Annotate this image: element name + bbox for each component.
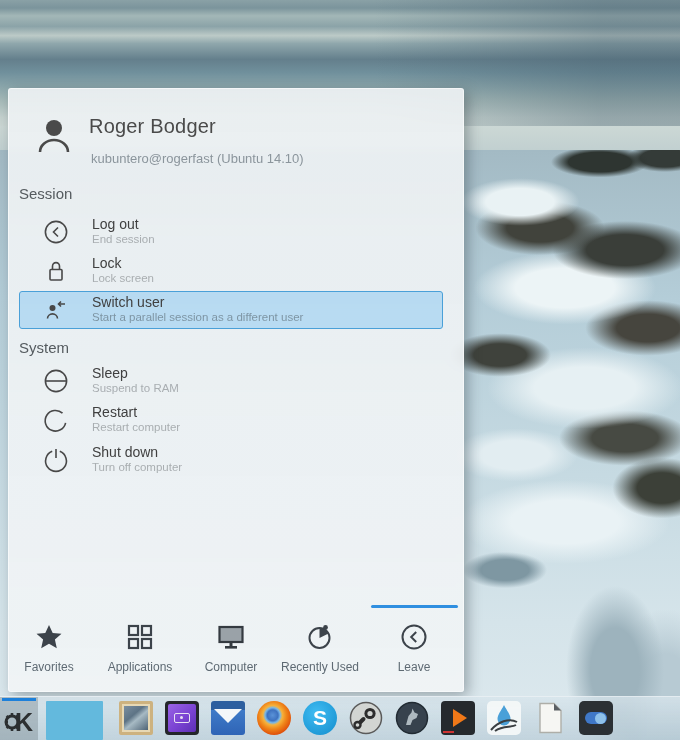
tab-recently-used[interactable]: Recently Used [275,617,365,683]
tab-computer[interactable]: Computer [186,617,276,683]
toggle-pill [585,712,607,724]
menu-item-subtitle: Suspend to RAM [92,382,179,394]
menu-item-subtitle: Restart computer [92,421,180,433]
launcher-active-indicator [2,698,36,701]
menu-item-subtitle: Start a parallel session as a different … [92,311,303,323]
video-app-camera-glyph [174,713,190,723]
menu-item-title: Shut down [92,444,158,460]
mail-app-icon[interactable] [211,701,245,735]
menu-item-subtitle: End session [92,233,155,245]
taskbar: K S [0,696,680,740]
menu-item-logout[interactable]: Log out End session [19,213,443,251]
section-label-session: Session [19,185,72,202]
toggle-knob [595,713,606,724]
desktop: Roger Bodger kubuntero@rogerfast (Ubuntu… [0,0,680,740]
favorites-star-icon [34,622,64,652]
active-tab-indicator [371,605,458,608]
image-viewer-photo [124,706,148,730]
menu-item-title: Restart [92,404,137,420]
tab-label: Applications [95,660,185,674]
menu-item-switch-user[interactable]: Switch user Start a parallel session as … [19,291,443,329]
user-name: Roger Bodger [89,115,216,138]
taskbar-app-icons: S [119,701,613,735]
steam-icon[interactable] [349,701,383,735]
play-triangle [453,709,467,727]
applications-grid-icon [125,622,155,652]
switch-user-icon [43,297,69,323]
quill-app-icon[interactable] [487,701,521,735]
sleep-icon [43,368,69,394]
menu-item-title: Lock [92,255,122,271]
media-player-icon[interactable] [441,701,475,735]
menu-item-subtitle: Lock screen [92,272,154,284]
menu-item-title: Switch user [92,294,164,310]
menu-item-shutdown[interactable]: Shut down Turn off computer [19,441,443,479]
tab-applications[interactable]: Applications [95,617,185,683]
user-detail: kubuntero@rogerfast (Ubuntu 14.10) [91,151,304,166]
menu-item-title: Log out [92,216,139,232]
menu-item-lock[interactable]: Lock Lock screen [19,252,443,290]
computer-monitor-icon [216,622,246,652]
image-viewer-icon[interactable] [119,701,153,735]
recently-used-clock-icon [305,622,335,652]
user-avatar-icon [32,114,76,158]
tab-label: Recently Used [275,660,365,674]
tab-label: Leave [369,660,459,674]
tab-label: Favorites [4,660,94,674]
kde-launcher-icon: K [3,703,35,737]
launcher-button[interactable]: K [0,697,38,740]
shutdown-icon [43,447,69,473]
restart-icon [43,407,69,433]
menu-item-title: Sleep [92,365,128,381]
toggle-app-icon[interactable] [579,701,613,735]
documents-app-icon[interactable] [533,701,567,735]
mail-flap [214,709,242,723]
desktop-pager[interactable] [46,701,103,740]
kickoff-launcher-panel: Roger Bodger kubuntero@rogerfast (Ubuntu… [8,88,464,692]
lock-icon [43,258,69,284]
menu-item-restart[interactable]: Restart Restart computer [19,401,443,439]
skype-icon[interactable]: S [303,701,337,735]
tab-favorites[interactable]: Favorites [4,617,94,683]
skype-letter: S [313,706,327,729]
leave-icon [399,622,429,652]
player-progress-strip [443,731,454,734]
section-label-system: System [19,339,69,356]
firefox-icon[interactable] [257,701,291,735]
tab-label: Computer [186,660,276,674]
menu-item-sleep[interactable]: Sleep Suspend to RAM [19,362,443,400]
tab-leave[interactable]: Leave [369,617,459,683]
video-app-icon[interactable] [165,701,199,735]
logout-icon [43,219,69,245]
amarok-icon[interactable] [395,701,429,735]
menu-item-subtitle: Turn off computer [92,461,182,473]
svg-text:K: K [15,708,33,736]
